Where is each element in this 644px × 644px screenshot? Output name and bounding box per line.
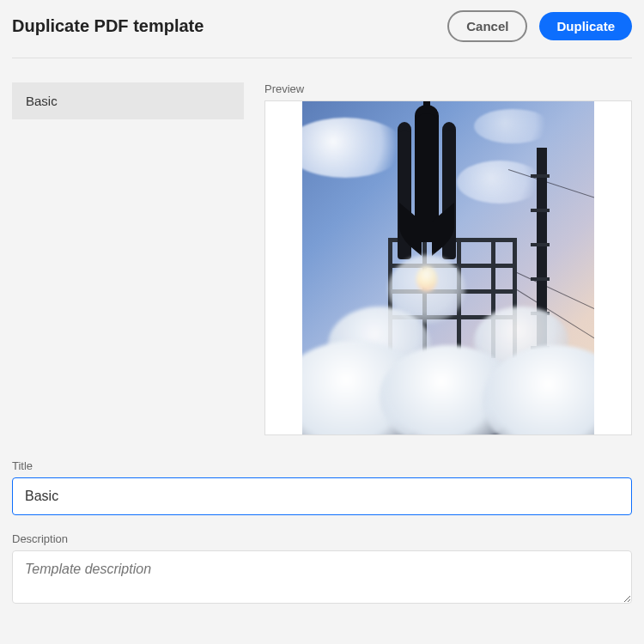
- template-item-basic[interactable]: Basic: [12, 82, 244, 119]
- duplicate-button[interactable]: Duplicate: [539, 12, 632, 40]
- description-field-group: Description: [12, 532, 632, 607]
- form-section: Title Description: [12, 435, 632, 607]
- title-field-group: Title: [12, 459, 632, 515]
- description-textarea[interactable]: [12, 550, 632, 604]
- description-label: Description: [12, 532, 632, 545]
- title-label: Title: [12, 459, 632, 472]
- cancel-button[interactable]: Cancel: [447, 10, 527, 42]
- dialog-title: Duplicate PDF template: [12, 16, 204, 36]
- dialog-body: Basic Preview: [12, 58, 632, 435]
- preview-thumbnail: [264, 100, 632, 435]
- preview-pane: Preview: [264, 82, 632, 435]
- dialog-actions: Cancel Duplicate: [447, 10, 632, 42]
- preview-label: Preview: [264, 82, 632, 95]
- dialog-header: Duplicate PDF template Cancel Duplicate: [12, 10, 632, 58]
- preview-image: [302, 100, 594, 435]
- duplicate-template-dialog: Duplicate PDF template Cancel Duplicate …: [0, 0, 644, 635]
- title-input[interactable]: [12, 477, 632, 515]
- template-list: Basic: [12, 82, 244, 435]
